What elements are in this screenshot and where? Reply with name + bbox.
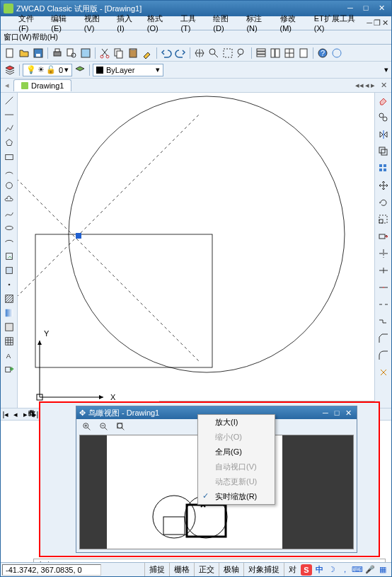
- ime-softkb-icon[interactable]: ⌨: [352, 564, 363, 576]
- zoom-prev-icon[interactable]: [236, 47, 248, 59]
- undo-icon[interactable]: [160, 47, 173, 59]
- ime-mic-icon[interactable]: 🎤: [364, 564, 376, 576]
- aerial-max-button[interactable]: □: [331, 409, 342, 417]
- menu-help[interactable]: 帮助(H): [32, 32, 58, 42]
- cline-icon[interactable]: [3, 108, 16, 121]
- array-icon[interactable]: [377, 162, 390, 175]
- layout-nav-prev-icon[interactable]: ◂: [11, 410, 21, 419]
- region-icon[interactable]: [3, 321, 16, 333]
- ellipse-icon[interactable]: [3, 222, 16, 234]
- close-button[interactable]: ✕: [374, 4, 388, 13]
- drawing-canvas[interactable]: X Y: [18, 93, 374, 408]
- print-icon[interactable]: [51, 47, 64, 59]
- ctx-global[interactable]: 全局(G): [198, 445, 275, 459]
- layer-manager-icon[interactable]: [4, 64, 16, 76]
- ctx-rtzoom[interactable]: ✓实时缩放(R): [198, 489, 275, 504]
- rotate-icon[interactable]: [377, 196, 390, 209]
- pline-icon[interactable]: [3, 122, 16, 135]
- join-icon[interactable]: [377, 315, 390, 328]
- zoom-win-icon[interactable]: [221, 47, 234, 59]
- ctx-zoomin[interactable]: 放大(I): [198, 415, 275, 430]
- menu-dimension[interactable]: 标注(N): [242, 12, 275, 34]
- menu-file[interactable]: 文件(F): [14, 12, 47, 34]
- erase-icon[interactable]: [377, 94, 390, 107]
- doc-close-button[interactable]: ✕: [382, 18, 388, 28]
- ime-settings-icon[interactable]: ▦: [377, 564, 388, 576]
- extend-icon[interactable]: [377, 264, 390, 277]
- aerial-zoomin-icon[interactable]: [81, 421, 93, 433]
- copy-obj-icon[interactable]: [377, 111, 390, 124]
- move-icon[interactable]: [377, 179, 390, 192]
- aerial-global-icon[interactable]: [115, 421, 127, 433]
- tab-scroll-left-icon[interactable]: ◂: [5, 81, 9, 90]
- offset-icon[interactable]: [377, 145, 390, 158]
- menu-view[interactable]: 视图(V): [80, 12, 113, 34]
- doc-restore-button[interactable]: ❐: [374, 18, 381, 28]
- explode-icon[interactable]: [377, 366, 390, 379]
- save-icon[interactable]: [32, 47, 45, 59]
- redo-icon[interactable]: [174, 47, 187, 59]
- publish-icon[interactable]: [79, 47, 92, 59]
- hatch-icon[interactable]: [3, 292, 16, 305]
- ime-cn-icon[interactable]: 中: [313, 564, 325, 576]
- gradient-icon[interactable]: [3, 307, 16, 319]
- props-icon[interactable]: [255, 47, 267, 59]
- polygon-icon[interactable]: [3, 137, 16, 149]
- rect-icon[interactable]: [3, 151, 16, 164]
- menu-draw[interactable]: 绘图(D): [209, 12, 242, 34]
- arc-icon[interactable]: [3, 165, 16, 178]
- aerial-close-button[interactable]: ✕: [342, 409, 354, 418]
- chamfer-icon[interactable]: [377, 332, 390, 345]
- stretch-icon[interactable]: [377, 230, 390, 243]
- bylayer-combo[interactable]: ByLayer ▾: [93, 64, 163, 76]
- paste-icon[interactable]: [127, 47, 139, 59]
- layer-prev-icon[interactable]: [74, 64, 86, 76]
- zoom-rt-icon[interactable]: [207, 47, 220, 59]
- layout-nav-next-icon[interactable]: ▸: [21, 410, 30, 419]
- ime-sogou-icon[interactable]: S: [301, 564, 312, 576]
- tab-nav-close-icon[interactable]: ✕: [381, 81, 387, 90]
- status-snap[interactable]: 捕捉: [144, 563, 169, 576]
- spline-icon[interactable]: [3, 207, 16, 220]
- new-icon[interactable]: [4, 47, 16, 59]
- tab-nav-prev-icon[interactable]: ◂: [365, 81, 369, 90]
- insert-icon[interactable]: [3, 250, 16, 263]
- status-otrack[interactable]: 对: [284, 563, 301, 576]
- circle-icon[interactable]: [3, 179, 16, 192]
- ctx-zoomout[interactable]: 缩小(O): [198, 430, 275, 445]
- help-icon[interactable]: ?: [316, 47, 329, 59]
- ctx-dynupdate[interactable]: 动态更新(U): [198, 474, 275, 489]
- ctx-autoview[interactable]: 自动视口(V): [198, 459, 275, 474]
- pan-icon[interactable]: [193, 47, 206, 59]
- line-icon[interactable]: [3, 94, 16, 107]
- layout-nav-first-icon[interactable]: |◂: [1, 410, 11, 419]
- menu-tools[interactable]: 工具(T): [176, 12, 209, 34]
- match-icon[interactable]: [141, 47, 154, 59]
- layer-state-combo[interactable]: 💡☀🔓0▾: [23, 64, 72, 76]
- status-osnap[interactable]: 对象捕捉: [243, 563, 284, 576]
- tab-nav-next-icon[interactable]: ▸: [371, 81, 375, 90]
- trim-icon[interactable]: [377, 247, 390, 260]
- break-pt-icon[interactable]: [377, 281, 390, 294]
- status-grid[interactable]: 栅格: [169, 563, 194, 576]
- tool-pal-icon[interactable]: [283, 47, 296, 59]
- ime-punct-icon[interactable]: ，: [339, 564, 350, 576]
- cloud-icon[interactable]: [3, 193, 16, 206]
- ime-moon-icon[interactable]: ☽: [326, 564, 338, 576]
- status-polar[interactable]: 极轴: [219, 563, 243, 576]
- point-icon[interactable]: [3, 278, 16, 291]
- design-center-icon[interactable]: [269, 47, 282, 59]
- cut-icon[interactable]: [98, 47, 111, 59]
- menu-edit[interactable]: 编辑(E): [47, 12, 80, 34]
- text-icon[interactable]: A: [3, 349, 16, 362]
- scale-icon[interactable]: [377, 213, 390, 226]
- mirror-icon[interactable]: [377, 128, 390, 141]
- copy-icon[interactable]: [113, 47, 125, 59]
- open-icon[interactable]: [18, 47, 30, 59]
- aerial-min-button[interactable]: ─: [320, 409, 331, 417]
- menu-insert[interactable]: 插入(I): [113, 12, 142, 34]
- break-icon[interactable]: [377, 298, 390, 311]
- table-icon[interactable]: [3, 335, 16, 348]
- status-ortho[interactable]: 正交: [194, 563, 219, 576]
- menu-ettools[interactable]: ET扩展工具(X): [310, 12, 367, 34]
